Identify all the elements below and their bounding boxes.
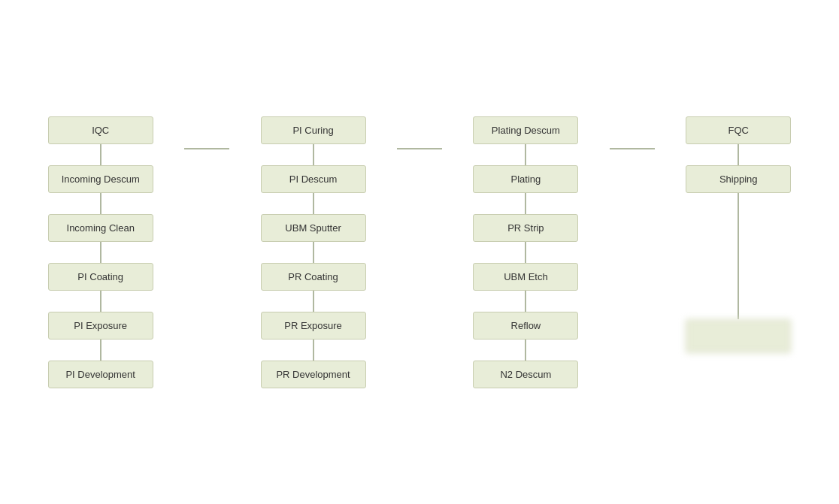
node-pi-exposure: PI Exposure xyxy=(48,312,153,340)
column-2: PI Curing PI Descum UBM Sputter PR Coati… xyxy=(238,116,389,388)
h-connector-1-2 xyxy=(184,148,229,149)
node-n2-descum: N2 Descum xyxy=(473,361,578,388)
node-plating-descum: Plating Descum xyxy=(473,116,578,144)
node-plating: Plating xyxy=(473,165,578,193)
node-pr-exposure: PR Exposure xyxy=(261,312,366,340)
h-connector-2-3 xyxy=(397,148,442,149)
node-incoming-clean: Incoming Clean xyxy=(48,214,153,242)
node-pi-descum: PI Descum xyxy=(261,165,366,193)
column-4: FQC Shipping xyxy=(663,116,813,353)
flowchart: IQC Incoming Descum Incoming Clean PI Co… xyxy=(21,101,818,403)
node-pr-development: PR Development xyxy=(261,361,366,388)
node-fqc: FQC xyxy=(686,116,791,144)
node-iqc: IQC xyxy=(48,116,153,144)
column-1: IQC Incoming Descum Incoming Clean PI Co… xyxy=(26,116,176,388)
h-connector-3-4 xyxy=(610,148,655,149)
node-ubm-sputter: UBM Sputter xyxy=(261,214,366,242)
node-shipping: Shipping xyxy=(686,165,791,193)
node-pr-strip: PR Strip xyxy=(473,214,578,242)
node-pi-development: PI Development xyxy=(48,361,153,388)
node-incoming-descum: Incoming Descum xyxy=(48,165,153,193)
node-blurred xyxy=(686,319,791,353)
column-3: Plating Descum Plating PR Strip UBM Etch… xyxy=(450,116,601,388)
node-pi-curing: PI Curing xyxy=(261,116,366,144)
node-pi-coating: PI Coating xyxy=(48,263,153,291)
node-pr-coating: PR Coating xyxy=(261,263,366,291)
node-reflow: Reflow xyxy=(473,312,578,340)
node-ubm-etch: UBM Etch xyxy=(473,263,578,291)
